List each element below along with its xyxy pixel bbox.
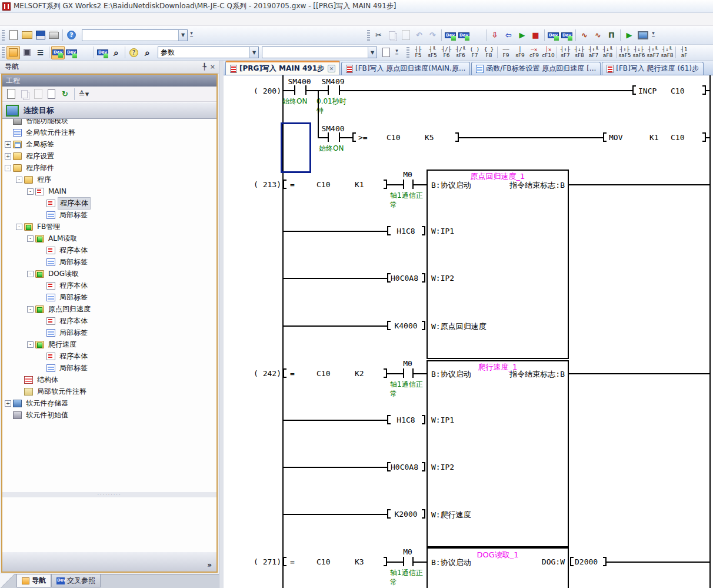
tree-expander[interactable]: - [27,235,34,242]
dev-button[interactable] [547,28,560,42]
ladder-symbol-button[interactable]: │ sF9 [513,45,527,60]
tree-expander[interactable] [5,129,11,136]
pulse-button[interactable] [605,28,618,42]
monr-button[interactable] [529,28,542,42]
document-tab[interactable]: [FB]写入 爬行速度 (61)步 [602,62,704,75]
graph-button[interactable] [578,28,591,42]
new-item-button[interactable] [5,88,17,100]
quick-access-input[interactable] [82,30,178,41]
device-combo-input[interactable] [158,47,249,58]
filter-combo-input[interactable] [262,47,368,58]
toolbar-grip[interactable] [2,47,5,58]
tree-expander[interactable]: - [27,188,34,195]
tree-item[interactable]: 局部软元件注释 [2,386,216,397]
contact-device[interactable]: SM409 [314,77,352,86]
tree-item[interactable]: + 程序设置 [2,150,216,162]
quick-access-combo[interactable]: ▼ [82,29,188,41]
menu-item[interactable] [47,18,58,21]
close-icon[interactable]: × [210,63,215,71]
fb-output-value[interactable]: D2000 [575,557,598,566]
tree-item[interactable]: + 软元件存储器 [2,397,216,409]
compare-operand[interactable]: K1 [355,180,364,189]
compare-op[interactable]: = [290,180,295,189]
tree-expander[interactable] [38,330,45,336]
ladder-symbol-button[interactable]: ┤↑╙ aF7 [587,45,601,60]
help-button[interactable] [65,28,78,42]
mong-button[interactable] [515,28,529,42]
compare-operand[interactable]: K2 [355,369,364,378]
tree-expander[interactable] [38,200,45,207]
menu-item[interactable] [15,18,26,21]
document-tab[interactable]: [FB]写入 原点回归速度(MAIN.原... [341,62,470,75]
device-combo[interactable]: ▼ [158,46,259,58]
tree-item[interactable]: - 程序部件 [2,162,216,174]
compare-op[interactable]: >= [358,133,368,142]
ladder-symbol-button[interactable]: ┤⇓├ saF6 [632,45,646,60]
tree-expander[interactable]: - [16,224,22,230]
ladder-symbol-button[interactable]: ┤↓╙ aF8 [601,45,615,60]
instruction[interactable]: MOV [609,133,622,142]
save-button[interactable] [34,28,47,42]
navwin-button[interactable] [6,46,20,59]
instruction-operand[interactable]: C10 [671,133,684,142]
menu-item[interactable] [68,18,79,21]
close-icon[interactable]: ✕ [328,65,335,72]
instruction-operand[interactable]: K1 [649,133,659,142]
note-button[interactable] [379,46,393,59]
tree-item[interactable]: - DOG读取 [2,268,216,280]
fb-input-value[interactable]: H0C0A8 [391,463,418,471]
refresh-icon[interactable]: ↻ [59,88,71,100]
ladder-symbol-button[interactable]: ┤⇑├ saF5 [618,45,632,60]
mong-button[interactable] [622,28,636,42]
ladder-symbol-button[interactable]: ┤╙ sF5 [425,45,439,60]
copy-button[interactable] [385,28,399,42]
dev-button[interactable] [457,28,471,42]
instruction-operand[interactable]: C10 [671,87,684,95]
ladder-symbol-button[interactable]: ( ) F7 [468,45,482,60]
ladder-symbol-button[interactable]: ┤↑├ sF7 [558,45,572,60]
compare-operand[interactable]: C10 [316,369,330,378]
dev-button[interactable] [444,28,457,42]
tree-item[interactable]: 局部标签 [2,327,216,338]
menu-item[interactable] [58,18,68,21]
find-button[interactable] [141,46,154,59]
tree-expander[interactable]: - [27,271,34,277]
menu-item[interactable] [5,18,15,21]
contact-device[interactable]: M0 [389,170,427,179]
tree-item[interactable]: + 全局标签 [2,138,216,150]
contact-device[interactable]: M0 [389,547,427,556]
compare-operand[interactable]: C10 [387,133,400,142]
fb-input-value[interactable]: H0C0A8 [391,274,418,283]
new-button[interactable] [6,28,20,42]
compare-operand[interactable]: C10 [316,557,330,566]
tree-expander[interactable]: - [27,306,34,313]
lamp-button[interactable] [127,46,141,59]
toolbar-grip[interactable] [407,47,409,58]
toolbar-grip[interactable] [367,30,370,41]
menu-item[interactable] [36,18,47,21]
cut-button[interactable] [372,28,385,42]
tree-item[interactable]: - FB管理 [2,221,216,232]
tree-item[interactable]: - MAIN [2,185,216,197]
contact-device[interactable]: SM400 [314,124,352,133]
ladder-symbol-button[interactable]: ─✕ cF9 [527,45,541,60]
ladder-symbol-button[interactable]: ── F9 [499,45,513,60]
bottom-tab[interactable]: 导航 [16,574,51,587]
ladder-symbol-button[interactable]: ┤/╙ sF6 [454,45,468,60]
tree-item[interactable]: 程序本体 [2,350,216,362]
tree-expander[interactable] [38,365,45,371]
graph-button[interactable] [591,28,605,42]
instruction[interactable]: INCP [638,87,657,95]
dev-button[interactable] [96,46,109,59]
tree-item[interactable]: 软元件初始值 [2,409,216,421]
tree-expander[interactable] [38,259,45,265]
ladder-symbol-button[interactable]: ┤↓├ sF8 [572,45,587,60]
tree-expander[interactable] [38,212,45,218]
menu-item[interactable] [111,18,121,21]
compare-op[interactable]: = [290,557,295,566]
menu-item[interactable] [26,18,36,21]
tree-expander[interactable]: + [5,400,11,407]
contact-device[interactable]: M0 [389,359,427,368]
ladder-symbol-button[interactable]: ┤1 aF [677,45,691,60]
tree-expander[interactable] [38,283,45,289]
